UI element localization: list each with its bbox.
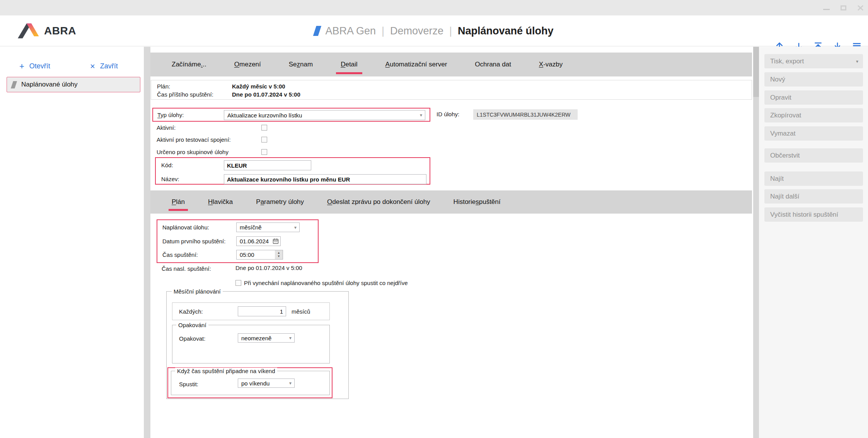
window-minimize-button[interactable] <box>822 4 830 12</box>
subtab-hlavicka[interactable]: Hlavička <box>208 190 233 214</box>
subtab-historie-spusteni[interactable]: Historie spuštění <box>454 190 501 214</box>
tab-detail[interactable]: Detail <box>341 53 357 76</box>
active-label: Aktivní: <box>157 124 176 131</box>
chevron-down-icon: ▾ <box>856 59 858 64</box>
plus-icon: + <box>19 63 24 70</box>
breadcrumb: ABRA Gen | Demoverze | Naplánované úlohy <box>314 15 553 46</box>
window-titlebar <box>0 0 868 15</box>
code-name-highlight: Kód: Název: <box>155 157 430 185</box>
app-slash-icon <box>313 26 321 36</box>
every-panel: Každých: měsíců <box>172 302 330 320</box>
app-name: ABRA Gen <box>325 25 376 37</box>
tab-omezeni[interactable]: Omezení <box>234 53 261 76</box>
task-type-highlight: Typ úlohy: Aktualizace kurzovního lístku… <box>152 108 430 122</box>
maximize-icon <box>841 5 846 10</box>
scrollbar-thumb[interactable] <box>753 47 759 97</box>
open-button[interactable]: + Otevřít <box>19 62 50 70</box>
weekend-group: Když čas spuštění připadne na víkend Spu… <box>171 371 330 395</box>
every-label: Každých: <box>179 308 203 315</box>
refresh-button[interactable]: Občerstvit <box>764 148 863 163</box>
clear-history-button[interactable]: Vyčistit historii spuštění <box>764 207 863 222</box>
group-tasks-label: Určeno pro skupinové úlohy <box>157 149 229 155</box>
tab-x-vazby[interactable]: X-vazby <box>539 53 563 76</box>
every-input[interactable] <box>238 306 286 316</box>
workspace: + Otevřít × Zavřít Naplánované úlohy Zač… <box>0 47 868 438</box>
time-input[interactable]: 05:00 <box>236 250 275 260</box>
schedule-highlight: Naplánovat úlohu: měsíčně ▾ Datum prvníh… <box>157 219 319 263</box>
abra-logo-icon <box>18 22 40 39</box>
right-sidebar: Tisk, export ▾ Nový Opravit Zkopírovat V… <box>759 47 868 438</box>
subtab-plan[interactable]: Plán <box>172 190 185 214</box>
copy-button[interactable]: Zkopírovat <box>764 108 863 122</box>
window-close-button[interactable] <box>856 4 864 12</box>
tab-ochrana-dat[interactable]: Ochrana dat <box>475 53 511 76</box>
active-checkbox[interactable] <box>261 125 267 131</box>
left-sidebar: + Otevřít × Zavřít Naplánované úlohy <box>0 47 144 438</box>
missed-run-label: Při vynechání naplánovaného spuštění úlo… <box>244 280 408 286</box>
logo-text: ABRA <box>44 25 76 37</box>
repeat-select[interactable]: neomezeně ▾ <box>238 333 295 343</box>
task-type-label: Typ úlohy: <box>157 112 184 118</box>
page-title: Naplánované úlohy <box>458 25 554 37</box>
schedule-select[interactable]: měsíčně ▾ <box>236 222 300 232</box>
close-tab-button[interactable]: × Zavřít <box>90 62 118 70</box>
repeat-label: Opakovat: <box>179 335 205 342</box>
chevron-down-icon: ▾ <box>294 225 297 230</box>
main-panel: Začínáme... Omezení Seznam Detail Automa… <box>150 47 753 438</box>
app-window: ABRA ABRA Gen | Demoverze | Naplánované … <box>0 0 868 438</box>
every-unit: měsíců <box>292 308 310 315</box>
next-run-label: Čas nasl. spuštění: <box>162 265 211 272</box>
spin-down-icon: ▼ <box>277 255 280 258</box>
delete-button[interactable]: Vymazat <box>764 126 863 141</box>
tab-automatizacni-server[interactable]: Automatizační server <box>385 53 447 76</box>
environment-name: Demoverze <box>390 25 443 37</box>
name-input[interactable] <box>224 174 426 184</box>
missed-run-checkbox[interactable] <box>235 280 241 286</box>
schedule-label: Naplánovat úlohu: <box>162 224 209 231</box>
new-button[interactable]: Nový <box>764 72 863 87</box>
main-tabstrip: Začínáme... Omezení Seznam Detail Automa… <box>150 53 752 76</box>
sidebar-divider <box>144 47 150 438</box>
find-button[interactable]: Najít <box>764 171 863 186</box>
window-maximize-button[interactable] <box>839 4 847 12</box>
tab-zaciname[interactable]: Začínáme... <box>172 53 206 76</box>
chevron-down-icon: ▾ <box>289 335 292 341</box>
group-tasks-checkbox[interactable] <box>261 149 267 155</box>
code-input[interactable] <box>224 160 311 170</box>
next-run-info-label: Čas příštího spuštění: <box>157 91 213 98</box>
time-label: Čas spuštění: <box>162 251 198 258</box>
find-next-button[interactable]: Najít další <box>764 189 863 204</box>
weekend-select[interactable]: po víkendu ▾ <box>238 379 295 388</box>
sidebar-item-scheduled-tasks[interactable]: Naplánované úlohy <box>7 77 140 92</box>
abra-logo: ABRA <box>18 15 76 46</box>
weekend-label: Spustit: <box>179 381 198 387</box>
first-run-input[interactable]: 01.06.2024 <box>236 236 281 246</box>
plan-value: Každý měsíc v 5:00 <box>232 83 285 90</box>
task-id-value: L1STC3FVWUM4RBL31JUW4K2ERW <box>473 109 578 120</box>
weekend-group-title: Když čas spuštění připadne na víkend <box>175 368 277 374</box>
next-run-info-value: Dne po 01.07.2024 v 5:00 <box>232 91 300 98</box>
slash-icon <box>11 81 17 88</box>
name-label: Název: <box>161 176 179 182</box>
subtab-odeslat-zpravu[interactable]: Odeslat zprávu po dokončení úlohy <box>327 190 430 214</box>
calendar-icon[interactable] <box>273 238 279 244</box>
print-export-button[interactable]: Tisk, export ▾ <box>764 54 863 68</box>
minimize-icon <box>823 9 830 10</box>
x-icon: × <box>90 63 95 70</box>
active-test-label: Aktivní pro testovací spojení: <box>157 136 231 143</box>
vertical-scrollbar[interactable] <box>753 47 759 438</box>
tab-seznam[interactable]: Seznam <box>289 53 313 76</box>
close-icon <box>857 5 864 11</box>
sub-tabstrip: Plán Hlavička Parametry úlohy Odeslat zp… <box>150 190 752 214</box>
spin-up-icon: ▲ <box>277 252 280 254</box>
monthly-group: Měsíční plánování Každých: měsíců Opakov… <box>166 291 349 399</box>
plan-label: Plán: <box>157 83 170 90</box>
app-header: ABRA ABRA Gen | Demoverze | Naplánované … <box>0 15 868 46</box>
edit-button[interactable]: Opravit <box>764 90 863 105</box>
subtab-parametry-ulohy[interactable]: Parametry úlohy <box>256 190 304 214</box>
task-type-select[interactable]: Aktualizace kurzovního lístku ▾ <box>224 110 425 120</box>
active-test-checkbox[interactable] <box>261 137 267 143</box>
chevron-down-icon: ▾ <box>289 380 292 386</box>
time-spinner[interactable]: ▲ ▼ <box>275 250 283 260</box>
next-run-value: Dne po 01.07.2024 v 5:00 <box>235 265 302 271</box>
